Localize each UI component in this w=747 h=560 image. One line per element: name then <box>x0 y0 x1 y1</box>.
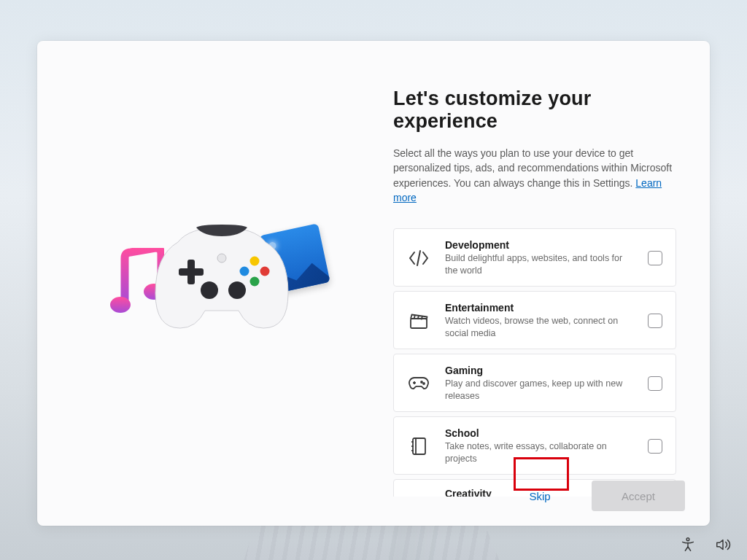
svg-point-10 <box>250 277 260 287</box>
option-desc: Play and discover games, keep up with ne… <box>445 378 635 402</box>
svg-point-7 <box>250 257 260 266</box>
option-desc: Build delightful apps, websites, and too… <box>445 252 635 276</box>
option-desc: Take notes, write essays, collaborate on… <box>445 440 635 464</box>
svg-marker-23 <box>717 540 723 550</box>
accessibility-icon[interactable] <box>680 537 696 553</box>
option-development[interactable]: Development Build delightful apps, websi… <box>393 228 676 287</box>
svg-rect-3 <box>187 260 195 284</box>
svg-point-5 <box>228 281 246 299</box>
option-gaming[interactable]: Gaming Play and discover games, keep up … <box>393 354 676 412</box>
checkbox[interactable] <box>648 376 662 391</box>
gamepad-icon <box>406 370 432 397</box>
page-title: Let's customize your experience <box>393 88 676 133</box>
code-icon <box>406 245 432 271</box>
svg-point-9 <box>240 267 249 276</box>
option-title: Development <box>445 239 635 251</box>
checkbox[interactable] <box>648 314 662 328</box>
option-desc: Watch videos, browse the web, connect on… <box>445 315 635 339</box>
footer-actions: Skip Accept <box>513 481 685 511</box>
svg-rect-12 <box>411 319 427 328</box>
sparkle-icon <box>406 481 432 497</box>
svg-point-4 <box>201 281 218 299</box>
svg-point-8 <box>260 267 270 276</box>
option-title: Entertainment <box>445 302 635 314</box>
notebook-icon <box>406 433 432 459</box>
svg-point-15 <box>421 381 422 383</box>
accept-button[interactable]: Accept <box>592 481 685 511</box>
gamepad-illus <box>152 223 291 332</box>
volume-icon[interactable] <box>715 537 731 553</box>
svg-point-0 <box>110 297 131 313</box>
option-title: Gaming <box>445 365 635 376</box>
oobe-panel: Let's customize your experience Select a… <box>37 41 710 526</box>
skip-button[interactable]: Skip <box>513 481 567 511</box>
content-pane: Let's customize your experience Select a… <box>357 41 710 526</box>
checkbox[interactable] <box>648 251 662 265</box>
option-title: School <box>445 427 635 439</box>
svg-point-6 <box>217 254 226 262</box>
options-list: Development Build delightful apps, websi… <box>393 228 676 497</box>
illustration-pane <box>37 41 357 526</box>
clapboard-icon <box>406 308 432 334</box>
page-subtitle: Select all the ways you plan to use your… <box>393 146 676 205</box>
svg-point-22 <box>686 538 689 541</box>
system-tray <box>680 537 731 553</box>
svg-line-11 <box>417 251 420 265</box>
svg-point-16 <box>423 383 425 384</box>
option-entertainment[interactable]: Entertainment Watch videos, browse the w… <box>393 291 676 349</box>
checkbox[interactable] <box>648 439 662 454</box>
option-school[interactable]: School Take notes, write essays, collabo… <box>393 416 676 475</box>
svg-rect-17 <box>413 438 425 454</box>
